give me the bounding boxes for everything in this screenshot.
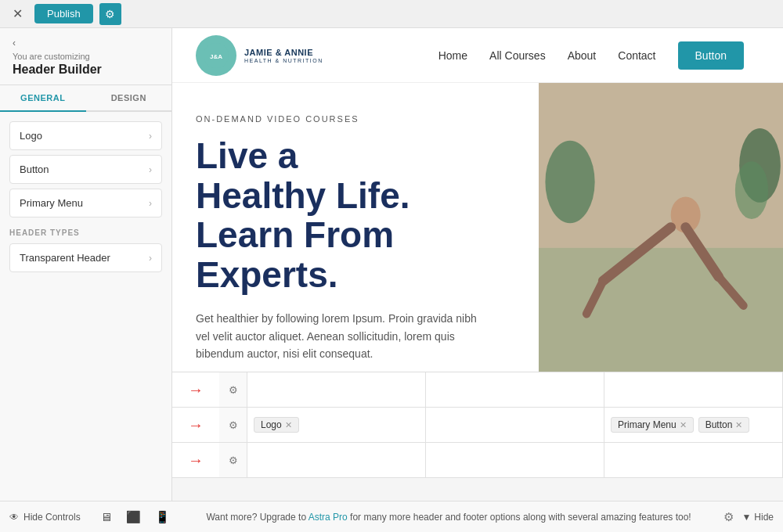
desktop-device-button[interactable]: 🖥	[96, 509, 116, 526]
hide-button[interactable]: ▼ Hide	[742, 512, 774, 523]
bottom-right: ⚙ ▼ Hide	[723, 510, 774, 524]
hide-label: Hide	[754, 512, 774, 523]
upgrade-prefix: Want more? Upgrade to	[206, 512, 308, 523]
publish-button[interactable]: Publish	[34, 4, 93, 23]
builder-grid: → ⚙ → ⚙ Logo ✕	[172, 372, 783, 501]
grid-row2-cell3: Primary Menu ✕ Button ✕	[604, 408, 783, 442]
close-icon: ✕	[13, 6, 23, 21]
logo-circle-icon: J&A	[202, 41, 230, 70]
chevron-right-icon: ›	[149, 198, 152, 209]
nav-link-about[interactable]: About	[568, 49, 597, 62]
tab-general[interactable]: GENERAL	[0, 85, 86, 112]
chevron-right-icon: ›	[149, 131, 152, 142]
upgrade-link[interactable]: Astra Pro	[309, 512, 348, 523]
hero-section: ON-DEMAND VIDEO COURSES Live a Healthy L…	[172, 83, 783, 372]
site-header-button[interactable]: Button	[678, 41, 744, 70]
bottom-settings-gear[interactable]: ⚙	[723, 510, 734, 524]
sidebar-content: Logo › Button › Primary Menu › HEADER TY…	[0, 112, 171, 501]
customizing-label: You are customizing	[13, 52, 159, 61]
bottom-bar: 👁 Hide Controls 🖥 ⬛ 📱 Want more? Upgrade…	[0, 501, 783, 532]
grid-row1-arrow: →	[172, 381, 219, 399]
grid-row1-cell1	[247, 372, 426, 407]
grid-row-3: → ⚙	[172, 443, 783, 478]
grid-row2-gear[interactable]: ⚙	[219, 408, 247, 442]
cell-tag-button-label: Button	[705, 419, 733, 430]
grid-row3-cell2	[426, 443, 604, 477]
arrow-right-icon: →	[188, 451, 204, 469]
cell-tag-logo: Logo ✕	[254, 417, 299, 433]
sidebar-tabs: GENERAL DESIGN	[0, 85, 171, 112]
grid-row2-cell1: Logo ✕	[247, 408, 426, 442]
tablet-device-button[interactable]: ⬛	[122, 509, 145, 526]
hero-image-bg	[539, 83, 783, 372]
nav-link-home[interactable]: Home	[438, 49, 467, 62]
sidebar-title: Header Builder	[13, 63, 159, 77]
svg-text:J&A: J&A	[210, 53, 222, 60]
site-logo: J&A JAMIE & ANNIE HEALTH & NUTRITION	[196, 35, 323, 76]
chevron-right-icon: ›	[149, 253, 152, 264]
sidebar-item-transparent-header[interactable]: Transparent Header ›	[9, 243, 162, 272]
sidebar-header: ‹ You are customizing Header Builder	[0, 28, 171, 85]
sidebar-item-label-transparent: Transparent Header	[20, 252, 110, 264]
logo-text-block: JAMIE & ANNIE HEALTH & NUTRITION	[244, 47, 323, 63]
hide-controls-button[interactable]: 👁 Hide Controls	[9, 512, 81, 523]
cell-tag-primary-menu-remove[interactable]: ✕	[680, 420, 687, 430]
hero-image	[539, 83, 783, 372]
preview-area: J&A JAMIE & ANNIE HEALTH & NUTRITION Hom…	[172, 28, 783, 501]
hide-controls-label: Hide Controls	[23, 512, 81, 523]
sidebar: ‹ You are customizing Header Builder GEN…	[0, 28, 172, 501]
grid-row3-arrow: →	[172, 451, 219, 469]
grid-row2-arrow: →	[172, 416, 219, 434]
grid-row1-cell3	[604, 372, 783, 407]
sidebar-item-logo[interactable]: Logo ›	[9, 121, 162, 150]
cell-tag-button-remove[interactable]: ✕	[735, 420, 742, 430]
hero-description: Get healthier by following lorem Ipsum. …	[196, 310, 493, 362]
site-nav: Home All Courses About Contact Button	[438, 41, 744, 70]
header-types-label: HEADER TYPES	[9, 228, 162, 237]
tab-design[interactable]: DESIGN	[86, 85, 172, 112]
close-button[interactable]: ✕	[6, 3, 28, 25]
logo-circle: J&A	[196, 35, 236, 76]
back-chevron-icon: ‹	[13, 38, 16, 49]
logo-subtitle: HEALTH & NUTRITION	[244, 58, 323, 63]
svg-rect-3	[539, 248, 783, 372]
upgrade-text: Want more? Upgrade to Astra Pro for many…	[206, 512, 691, 523]
sidebar-item-primary-menu[interactable]: Primary Menu ›	[9, 189, 162, 217]
back-button[interactable]: ‹	[13, 38, 16, 49]
top-bar: ✕ Publish ⚙	[0, 0, 783, 28]
grid-row3-cell3	[604, 443, 783, 477]
eye-icon: 👁	[9, 512, 19, 523]
hero-content: ON-DEMAND VIDEO COURSES Live a Healthy L…	[172, 83, 539, 372]
arrow-right-icon: →	[188, 381, 204, 399]
cell-tag-logo-label: Logo	[261, 419, 282, 430]
sidebar-item-label-button: Button	[20, 164, 49, 175]
mobile-device-button[interactable]: 📱	[151, 509, 174, 526]
grid-row2-cell2	[426, 408, 604, 442]
sidebar-item-button[interactable]: Button ›	[9, 155, 162, 184]
sidebar-item-label-primary-menu: Primary Menu	[20, 197, 83, 209]
chevron-down-icon: ▼	[742, 512, 751, 523]
svg-point-9	[545, 141, 594, 223]
main-container: ‹ You are customizing Header Builder GEN…	[0, 28, 783, 501]
hero-tag: ON-DEMAND VIDEO COURSES	[196, 114, 515, 124]
device-buttons: 🖥 ⬛ 📱	[96, 509, 174, 526]
sidebar-item-label-logo: Logo	[20, 130, 42, 142]
cell-tag-primary-menu-label: Primary Menu	[618, 419, 677, 430]
grid-row3-cell1	[247, 443, 426, 477]
upgrade-suffix: for many more header and footer options …	[348, 512, 691, 523]
cell-tag-button: Button ✕	[698, 417, 750, 433]
nav-link-contact[interactable]: Contact	[618, 49, 655, 62]
svg-point-11	[735, 161, 768, 219]
site-header-preview: J&A JAMIE & ANNIE HEALTH & NUTRITION Hom…	[172, 28, 783, 83]
grid-row-1: → ⚙	[172, 372, 783, 408]
hero-title: Live a Healthy Life. Learn From Experts.	[196, 136, 515, 294]
nav-link-all-courses[interactable]: All Courses	[489, 49, 546, 62]
grid-row1-gear[interactable]: ⚙	[219, 372, 247, 407]
topbar-gear-button[interactable]: ⚙	[99, 3, 121, 25]
chevron-right-icon: ›	[149, 164, 152, 175]
cell-tag-logo-remove[interactable]: ✕	[285, 420, 292, 430]
logo-name: JAMIE & ANNIE	[244, 47, 323, 58]
cell-tag-primary-menu: Primary Menu ✕	[611, 417, 694, 433]
grid-row3-gear[interactable]: ⚙	[219, 443, 247, 477]
grid-row-2: → ⚙ Logo ✕ Primary Menu ✕ Button	[172, 408, 783, 443]
